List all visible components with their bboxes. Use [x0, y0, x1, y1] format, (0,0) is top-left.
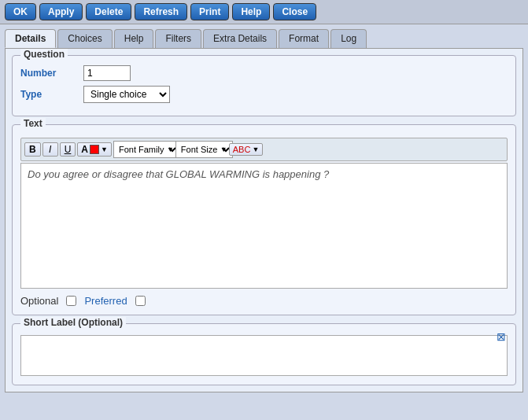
tab-format[interactable]: Format: [279, 29, 329, 48]
question-legend: Question: [20, 49, 68, 60]
number-row: Number: [20, 65, 508, 81]
toolbar: OK Apply Delete Refresh Print Help Close: [0, 0, 528, 24]
tab-extra-details[interactable]: Extra Details: [203, 29, 277, 48]
font-family-select[interactable]: Font Family: [113, 141, 179, 158]
preferred-label: Preferred: [84, 295, 127, 307]
ok-button[interactable]: OK: [5, 3, 36, 20]
color-dropdown-arrow: ▼: [101, 146, 108, 153]
editor-text-suffix: is happening ?: [260, 168, 329, 180]
apply-button[interactable]: Apply: [39, 3, 83, 20]
spell-check-label: ABC: [233, 145, 251, 154]
expand-icon[interactable]: ⊠: [493, 329, 509, 344]
color-indicator: [90, 145, 99, 154]
text-section: Text B I U A ▼ Font Family ▼ Font Size ▼…: [12, 124, 516, 315]
font-size-select[interactable]: Font Size: [175, 141, 233, 158]
refresh-button[interactable]: Refresh: [135, 3, 187, 20]
tabs: Details Choices Help Filters Extra Detai…: [0, 24, 528, 48]
short-label-textarea[interactable]: [20, 335, 508, 376]
number-input[interactable]: [83, 65, 131, 81]
tab-choices[interactable]: Choices: [57, 29, 112, 48]
number-label: Number: [20, 68, 83, 79]
editor-toolbar: B I U A ▼ Font Family ▼ Font Size ▼ ABC …: [20, 138, 508, 161]
short-label-legend: Short Label (Optional): [20, 317, 126, 328]
optional-label: Optional: [20, 295, 58, 307]
type-input-wrap: Single choice Multiple choice Text Numbe…: [83, 86, 170, 103]
editor-area[interactable]: Do you agree or disagree that GLOBAL WAR…: [20, 163, 508, 289]
type-select[interactable]: Single choice Multiple choice Text Numbe…: [83, 86, 170, 103]
spell-check-button[interactable]: ABC ▼: [229, 143, 264, 156]
short-label-section: Short Label (Optional) ⊠: [12, 323, 516, 385]
preferred-checkbox[interactable]: [135, 296, 146, 306]
tab-log[interactable]: Log: [330, 29, 367, 48]
underline-button[interactable]: U: [60, 142, 76, 157]
type-row: Type Single choice Multiple choice Text …: [20, 86, 508, 103]
italic-button[interactable]: I: [42, 142, 58, 157]
font-color-letter: A: [81, 144, 88, 155]
text-legend: Text: [20, 118, 46, 129]
print-button[interactable]: Print: [190, 3, 229, 20]
number-input-wrap: [83, 65, 131, 81]
type-label: Type: [20, 89, 83, 100]
optional-preferred-row: Optional Preferred: [20, 295, 508, 307]
font-color-button[interactable]: A ▼: [77, 142, 112, 157]
delete-button[interactable]: Delete: [86, 3, 131, 20]
tab-filters[interactable]: Filters: [155, 29, 201, 48]
optional-checkbox[interactable]: [66, 296, 76, 306]
question-section: Question Number Type Single choice Multi…: [12, 55, 516, 116]
tab-help[interactable]: Help: [114, 29, 154, 48]
close-button[interactable]: Close: [273, 3, 316, 20]
spell-dropdown-arrow: ▼: [252, 146, 259, 153]
editor-text-prefix: Do you agree or disagree that: [28, 168, 166, 180]
main-panel: Question Number Type Single choice Multi…: [5, 48, 523, 392]
editor-text-highlight: GLOBAL WARMING: [166, 168, 260, 180]
help-button[interactable]: Help: [232, 3, 270, 20]
bold-button[interactable]: B: [24, 142, 41, 157]
tab-details[interactable]: Details: [5, 29, 56, 48]
